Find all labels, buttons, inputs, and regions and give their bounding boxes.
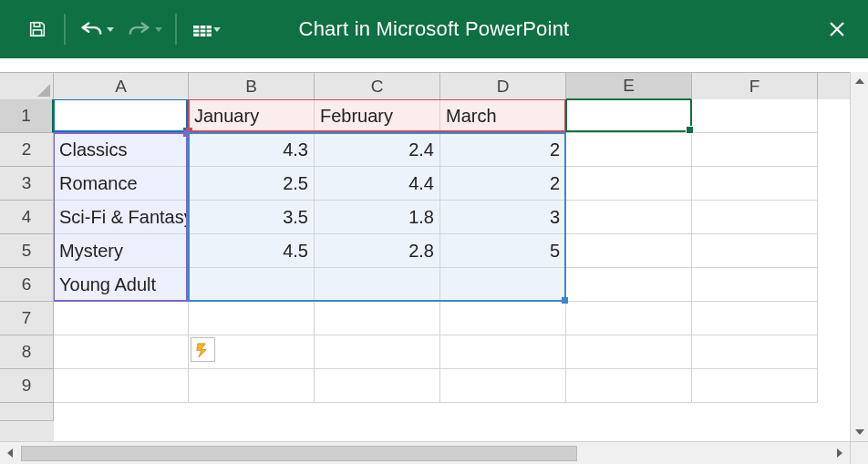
cell-E5[interactable] <box>566 234 692 268</box>
toolbar-separator <box>64 14 66 45</box>
svg-rect-0 <box>34 23 39 27</box>
col-header-E[interactable]: E <box>566 73 692 100</box>
col-header-B[interactable]: B <box>189 73 315 100</box>
cell-B7[interactable] <box>189 302 315 335</box>
svg-rect-1 <box>33 30 41 36</box>
cell-F8[interactable] <box>692 335 818 369</box>
customize-caret-icon[interactable] <box>213 27 221 32</box>
cell-D6[interactable] <box>440 268 566 302</box>
cell-B4[interactable]: 3.5 <box>189 201 315 234</box>
cell-C3[interactable]: 4.4 <box>315 167 440 201</box>
scrollbar-corner <box>850 441 868 464</box>
cell-C2[interactable]: 2.4 <box>315 133 440 167</box>
row-headers: 1 2 3 4 5 6 7 8 9 <box>0 99 54 441</box>
cell-E9[interactable] <box>566 369 692 403</box>
row-header-6[interactable]: 6 <box>0 268 54 302</box>
cell-D4[interactable]: 3 <box>440 201 566 234</box>
row-header-8[interactable]: 8 <box>0 335 54 369</box>
cell-E8[interactable] <box>566 335 692 369</box>
worksheet: A B C D E F 1 2 3 4 5 6 7 8 9 January <box>0 72 868 464</box>
cell-A9[interactable] <box>54 369 189 403</box>
cell-E7[interactable] <box>566 302 692 335</box>
cells-grid[interactable]: January February March Classics 4.3 2.4 … <box>54 99 850 441</box>
cell-D3[interactable]: 2 <box>440 167 566 201</box>
cell-D9[interactable] <box>440 369 566 403</box>
cell-A2[interactable]: Classics <box>54 133 189 167</box>
cell-E1[interactable] <box>566 99 692 133</box>
cell-C9[interactable] <box>315 369 440 403</box>
cell-A1[interactable] <box>54 99 189 133</box>
cell-F5[interactable] <box>692 234 818 268</box>
row-header-3[interactable]: 3 <box>0 167 54 201</box>
cell-B6[interactable] <box>189 268 315 302</box>
quick-access-toolbar <box>0 0 232 58</box>
cell-D8[interactable] <box>440 335 566 369</box>
vertical-scroll-track[interactable] <box>851 90 868 423</box>
cell-D7[interactable] <box>440 302 566 335</box>
scroll-down-button[interactable] <box>851 423 868 441</box>
cell-E3[interactable] <box>566 167 692 201</box>
row-header-2[interactable]: 2 <box>0 133 54 167</box>
cell-F1[interactable] <box>692 99 818 133</box>
cell-C4[interactable]: 1.8 <box>315 201 440 234</box>
col-header-F[interactable]: F <box>692 73 818 100</box>
redo-dropdown-caret-icon <box>155 27 162 32</box>
cell-A4[interactable]: Sci-Fi & Fantasy <box>54 201 189 234</box>
scroll-up-button[interactable] <box>851 72 868 90</box>
titlebar: Chart in Microsoft PowerPoint <box>0 0 868 58</box>
col-header-D[interactable]: D <box>440 73 566 100</box>
toolbar-separator <box>175 14 177 45</box>
cell-E6[interactable] <box>566 268 692 302</box>
vertical-scrollbar[interactable] <box>850 72 868 441</box>
svg-rect-3 <box>193 22 212 26</box>
cell-C1[interactable]: February <box>315 99 440 133</box>
cell-C8[interactable] <box>315 335 440 369</box>
redo-button <box>124 12 166 46</box>
scroll-left-button[interactable] <box>0 442 20 465</box>
cell-D1[interactable]: March <box>440 99 566 133</box>
cell-F4[interactable] <box>692 201 818 234</box>
row-header-1[interactable]: 1 <box>0 99 54 133</box>
cell-A5[interactable]: Mystery <box>54 234 189 268</box>
cell-E4[interactable] <box>566 201 692 234</box>
cell-C5[interactable]: 2.8 <box>315 234 440 268</box>
column-headers: A B C D E F <box>0 72 850 99</box>
cell-A3[interactable]: Romance <box>54 167 189 201</box>
cell-B2[interactable]: 4.3 <box>189 133 315 167</box>
close-button[interactable] <box>824 16 850 42</box>
col-header-C[interactable]: C <box>315 73 440 100</box>
quick-analysis-button[interactable] <box>191 337 215 362</box>
undo-button[interactable] <box>75 12 119 46</box>
cell-F9[interactable] <box>692 369 818 403</box>
save-button[interactable] <box>20 12 55 46</box>
cell-C6[interactable] <box>315 268 440 302</box>
scroll-right-button[interactable] <box>830 442 850 465</box>
horizontal-scroll-thumb[interactable] <box>21 446 577 461</box>
cell-F6[interactable] <box>692 268 818 302</box>
cell-F3[interactable] <box>692 167 818 201</box>
horizontal-scrollbar[interactable] <box>0 441 850 464</box>
cell-A7[interactable] <box>54 302 189 335</box>
row-header-7[interactable]: 7 <box>0 302 54 335</box>
cell-E2[interactable] <box>566 133 692 167</box>
cell-D2[interactable]: 2 <box>440 133 566 167</box>
col-header-A[interactable]: A <box>54 73 189 100</box>
cell-F7[interactable] <box>692 302 818 335</box>
cell-F2[interactable] <box>692 133 818 167</box>
row-header-4[interactable]: 4 <box>0 201 54 234</box>
cell-B1[interactable]: January <box>189 99 315 133</box>
cell-B9[interactable] <box>189 369 315 403</box>
customize-datasheet-button[interactable] <box>186 12 226 46</box>
select-all-corner[interactable] <box>0 73 54 100</box>
cell-A6[interactable]: Young Adult <box>54 268 189 302</box>
cell-C7[interactable] <box>315 302 440 335</box>
row-header-10[interactable] <box>0 403 54 421</box>
cell-B5[interactable]: 4.5 <box>189 234 315 268</box>
cell-B3[interactable]: 2.5 <box>189 167 315 201</box>
undo-dropdown-caret-icon[interactable] <box>107 27 114 32</box>
cell-A8[interactable] <box>54 335 189 369</box>
cell-D5[interactable]: 5 <box>440 234 566 268</box>
row-header-5[interactable]: 5 <box>0 234 54 268</box>
row-header-9[interactable]: 9 <box>0 369 54 403</box>
